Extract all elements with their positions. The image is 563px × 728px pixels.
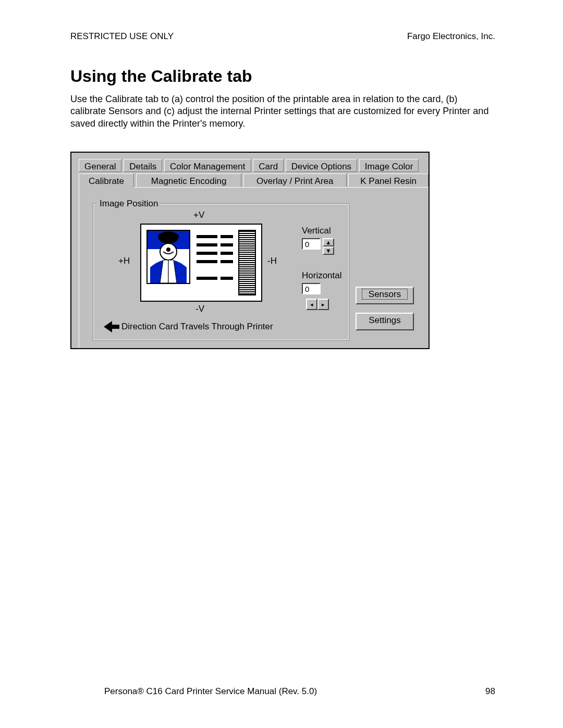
page-title: Using the Calibrate tab (70, 67, 495, 86)
vertical-input[interactable] (302, 238, 321, 250)
tab-details[interactable]: Details (124, 159, 162, 172)
tab-color-management[interactable]: Color Management (164, 159, 251, 172)
tab-device-options[interactable]: Device Options (286, 159, 357, 172)
vertical-down-button[interactable]: ▼ (323, 246, 334, 255)
tab-row-back: General Details Color Management Card De… (79, 159, 418, 172)
calibrate-dialog: General Details Color Management Card De… (70, 152, 430, 349)
header-restricted: RESTRICTED USE ONLY (70, 31, 174, 42)
axis-plus-v: +V (193, 210, 204, 220)
card-photo-icon (146, 230, 190, 284)
intro-paragraph: Use the Calibrate tab to (a) control the… (70, 93, 495, 130)
arrow-left-icon (104, 321, 119, 332)
card-preview (140, 224, 262, 302)
axis-minus-h: -H (267, 256, 277, 266)
tab-card[interactable]: Card (253, 159, 284, 172)
svg-point-2 (166, 248, 170, 252)
sensors-button[interactable]: Sensors (356, 287, 414, 304)
horizontal-left-button[interactable]: ◂ (306, 299, 317, 310)
direction-indicator: Direction Card Travels Through Printer (104, 321, 273, 332)
tab-magnetic-encoding[interactable]: Magnetic Encoding (136, 174, 242, 187)
tab-general[interactable]: General (79, 159, 121, 172)
footer-manual: Persona® C16 Card Printer Service Manual… (104, 686, 317, 697)
tab-image-color[interactable]: Image Color (359, 159, 419, 172)
horizontal-input[interactable] (302, 283, 321, 294)
page-number: 98 (485, 686, 495, 697)
tab-calibrate[interactable]: Calibrate (79, 174, 134, 188)
settings-button[interactable]: Settings (356, 313, 414, 330)
axis-minus-v: -V (195, 304, 204, 314)
vertical-spinner[interactable]: ▲ ▼ (302, 238, 334, 255)
image-position-group: Image Position +V -V +H -H (93, 203, 349, 341)
tab-row-front: Calibrate Magnetic Encoding Overlay / Pr… (79, 174, 428, 188)
tab-k-panel-resin[interactable]: K Panel Resin (348, 174, 429, 187)
horizontal-label: Horizontal (302, 270, 342, 281)
header-company: Fargo Electronics, Inc. (407, 31, 495, 42)
tab-overlay-print-area[interactable]: Overlay / Print Area (243, 174, 346, 187)
tab-panel: Image Position +V -V +H -H (79, 187, 429, 348)
svg-marker-3 (104, 321, 119, 332)
card-barcode-icon (238, 230, 256, 295)
vertical-up-button[interactable]: ▲ (323, 238, 334, 246)
vertical-label: Vertical (302, 226, 331, 236)
axis-plus-h: +H (118, 256, 130, 266)
horizontal-right-button[interactable]: ▸ (317, 299, 329, 310)
direction-text: Direction Card Travels Through Printer (121, 322, 273, 332)
group-label: Image Position (97, 199, 160, 209)
